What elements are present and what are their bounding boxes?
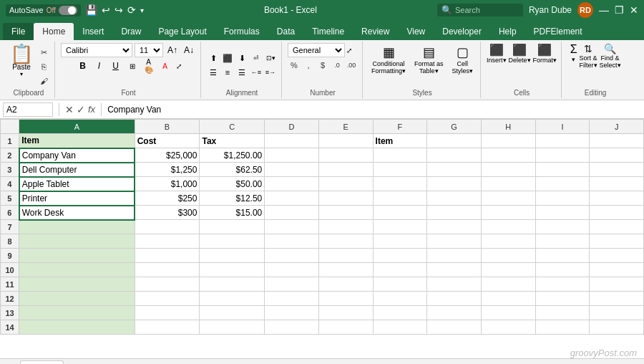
cell-10-B[interactable] (135, 263, 200, 277)
cell-11-A[interactable] (19, 277, 135, 292)
row-header-12[interactable]: 12 (1, 292, 19, 306)
cell-13-B[interactable] (135, 306, 200, 320)
cell-7-C[interactable] (200, 220, 265, 234)
cell-10-C[interactable] (200, 263, 265, 277)
cell-6-J[interactable] (590, 206, 644, 220)
cell-1-B[interactable]: Cost (135, 134, 200, 148)
sort-filter-btn[interactable]: ⇅ Sort &Filter▾ (580, 43, 597, 69)
font-expand-icon[interactable]: ⤢ (176, 62, 182, 70)
copy-button[interactable]: ⎘ (37, 60, 50, 73)
cell-12-E[interactable] (318, 292, 373, 306)
cell-4-H[interactable] (481, 177, 535, 191)
cell-13-I[interactable] (535, 306, 590, 320)
row-header-1[interactable]: 1 (1, 134, 19, 148)
cell-2-C[interactable]: $1,250.00 (200, 148, 265, 163)
insert-cells-btn[interactable]: ⬛ Insert▾ (487, 43, 507, 64)
tab-page-layout[interactable]: Page Layout (150, 23, 215, 40)
cell-12-H[interactable] (481, 292, 535, 306)
cell-7-H[interactable] (481, 220, 535, 234)
cell-4-C[interactable]: $50.00 (200, 177, 265, 191)
cell-8-A[interactable] (19, 234, 135, 249)
cell-3-C[interactable]: $62.50 (200, 163, 265, 177)
cell-2-E[interactable] (318, 148, 373, 163)
tab-developer[interactable]: Developer (434, 23, 490, 40)
autosave-toggle-btn[interactable] (59, 6, 77, 15)
cell-5-F[interactable] (373, 191, 427, 206)
cell-2-G[interactable] (427, 148, 482, 163)
align-center-btn[interactable]: ≡ (221, 66, 234, 79)
user-avatar[interactable]: RD (577, 2, 593, 18)
cell-13-E[interactable] (318, 306, 373, 320)
tab-help[interactable]: Help (490, 23, 525, 40)
cell-11-F[interactable] (373, 277, 427, 292)
font-size-select[interactable]: 11 (135, 43, 163, 57)
cell-5-E[interactable] (318, 191, 373, 206)
tab-file[interactable]: File (3, 23, 34, 40)
cell-2-A[interactable]: Company Van (19, 148, 135, 163)
col-header-H[interactable]: H (481, 120, 535, 134)
tab-pdfelement[interactable]: PDFElement (525, 23, 591, 40)
cell-12-D[interactable] (265, 292, 319, 306)
col-header-F[interactable]: F (373, 120, 427, 134)
cell-6-C[interactable]: $15.00 (200, 206, 265, 220)
cell-7-A[interactable] (19, 220, 135, 234)
cell-14-E[interactable] (318, 320, 373, 335)
cell-3-J[interactable] (590, 163, 644, 177)
cell-8-B[interactable] (135, 234, 200, 249)
cell-3-A[interactable]: Dell Computer (19, 163, 135, 177)
cell-8-C[interactable] (200, 234, 265, 249)
col-header-E[interactable]: E (318, 120, 373, 134)
cell-4-D[interactable] (265, 177, 319, 191)
paste-button[interactable]: 📋 Paste ▾ (7, 43, 36, 79)
tab-formulas[interactable]: Formulas (215, 23, 268, 40)
cell-13-D[interactable] (265, 306, 319, 320)
cell-13-C[interactable] (200, 306, 265, 320)
maximize-icon[interactable]: ❐ (615, 4, 624, 16)
col-header-D[interactable]: D (265, 120, 319, 134)
cell-reference-box[interactable]: A2 (3, 102, 53, 117)
cell-14-B[interactable] (135, 320, 200, 335)
cell-6-I[interactable] (535, 206, 590, 220)
align-middle-btn[interactable]: ⬛ (221, 52, 234, 64)
tab-home[interactable]: Home (34, 23, 74, 40)
cell-9-H[interactable] (481, 249, 535, 263)
cell-10-H[interactable] (481, 263, 535, 277)
search-box[interactable]: 🔍 (437, 4, 523, 16)
cell-1-I[interactable] (535, 134, 590, 148)
cell-8-D[interactable] (265, 234, 319, 249)
cell-4-B[interactable]: $1,000 (135, 177, 200, 191)
row-header-6[interactable]: 6 (1, 206, 19, 220)
format-painter-button[interactable]: 🖌 (37, 75, 50, 87)
tab-view[interactable]: View (398, 23, 434, 40)
cell-11-J[interactable] (590, 277, 644, 292)
row-header-10[interactable]: 10 (1, 263, 19, 277)
row-header-11[interactable]: 11 (1, 277, 19, 292)
tab-timeline[interactable]: Timeline (303, 23, 353, 40)
cell-12-G[interactable] (427, 292, 482, 306)
cell-12-B[interactable] (135, 292, 200, 306)
cell-1-G[interactable] (427, 134, 482, 148)
cell-3-G[interactable] (427, 163, 482, 177)
cell-6-A[interactable]: Work Desk (19, 206, 135, 220)
wrap-text-btn[interactable]: ⏎ (250, 52, 263, 64)
row-header-14[interactable]: 14 (1, 320, 19, 335)
cell-5-C[interactable]: $12.50 (200, 191, 265, 206)
tab-data[interactable]: Data (268, 23, 303, 40)
cell-7-J[interactable] (590, 220, 644, 234)
row-header-13[interactable]: 13 (1, 306, 19, 320)
add-sheet-btn[interactable]: + (3, 360, 20, 365)
cell-14-D[interactable] (265, 320, 319, 335)
find-select-btn[interactable]: 🔍 Find &Select▾ (600, 43, 621, 69)
cell-1-H[interactable] (481, 134, 535, 148)
row-header-7[interactable]: 7 (1, 220, 19, 234)
cell-9-G[interactable] (427, 249, 482, 263)
cell-9-J[interactable] (590, 249, 644, 263)
cell-9-E[interactable] (318, 249, 373, 263)
cell-11-B[interactable] (135, 277, 200, 292)
cell-3-D[interactable] (265, 163, 319, 177)
accept-formula-icon[interactable]: ✓ (77, 104, 85, 115)
cell-4-A[interactable]: Apple Tablet (19, 177, 135, 191)
bold-button[interactable]: B (76, 59, 90, 73)
cell-10-F[interactable] (373, 263, 427, 277)
cell-8-E[interactable] (318, 234, 373, 249)
